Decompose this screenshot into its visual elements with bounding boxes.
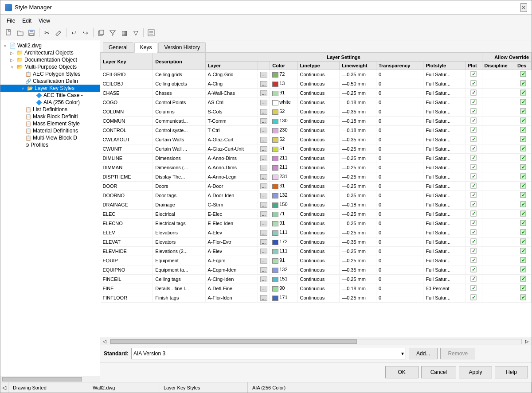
cell-dots[interactable]: ... xyxy=(258,210,270,219)
cell-color[interactable]: 52 xyxy=(270,135,297,144)
cell-dots[interactable]: ... xyxy=(258,265,270,275)
menu-view[interactable]: View xyxy=(35,16,54,24)
cell-color[interactable]: 171 xyxy=(270,293,297,303)
tree-toggle-multi[interactable]: ▿ xyxy=(9,65,15,70)
cell-dots[interactable]: ... xyxy=(258,70,270,79)
cell-dots[interactable]: ... xyxy=(258,144,270,154)
cell-dots[interactable]: ... xyxy=(258,107,270,117)
table-row[interactable]: CONTROL Control syste... T-Ctrl ... 230 … xyxy=(101,126,532,135)
cell-color[interactable]: 91 xyxy=(270,256,297,265)
cell-color[interactable]: 111 xyxy=(270,228,297,237)
table-row[interactable]: DISPTHEME Display The... A-Anno-Legn ...… xyxy=(101,172,532,182)
menu-edit[interactable]: Edit xyxy=(19,16,35,24)
tree-item-masselement[interactable]: 📋 Mass Element Style xyxy=(0,120,100,127)
cell-color[interactable]: 231 xyxy=(270,172,297,182)
cell-color[interactable]: 71 xyxy=(270,210,297,219)
tree-item-maskblock[interactable]: 📋 Mask Block Definiti xyxy=(0,113,100,120)
cancel-button[interactable]: Cancel xyxy=(421,366,456,378)
table-row[interactable]: CHASE Chases A-Wall-Chas ... 91 Continuo… xyxy=(101,89,532,98)
table-row[interactable]: CEILGRID Ceiling grids A-Clng-Grid ... 7… xyxy=(101,70,532,79)
tree-item-classif[interactable]: 🔗 Classification Defin xyxy=(0,78,100,85)
close-button[interactable]: ✕ xyxy=(520,3,527,12)
table-row[interactable]: FINFLOOR Finish tags A-Flor-Iden ... 171… xyxy=(101,293,532,303)
table-row[interactable]: COGO Control Points AS-Ctrl ... white Co… xyxy=(101,98,532,107)
tree-item-wall2dwg[interactable]: ▿ 📄 Wall2.dwg xyxy=(0,42,100,49)
cell-color[interactable]: 91 xyxy=(270,89,297,98)
cell-dots[interactable]: ... xyxy=(258,163,270,172)
toolbar-undo[interactable]: ↩ xyxy=(69,27,79,38)
apply-button[interactable]: Apply xyxy=(459,366,492,378)
table-row[interactable]: FINE Details - fine l... A-Detl-Fine ...… xyxy=(101,284,532,293)
cell-color[interactable]: 52 xyxy=(270,107,297,117)
tree-item-layerkey[interactable]: ▿ 📂 Layer Key Styles xyxy=(0,85,100,92)
tree-item-multiview[interactable]: 📋 Multi-View Block D xyxy=(0,134,100,141)
cell-dots[interactable]: ... xyxy=(258,154,270,163)
table-scroll[interactable]: Layer Key Description Layer Settings All… xyxy=(100,53,532,338)
table-row[interactable]: CEILOBJ Ceiling objects A-Clng ... 13 Co… xyxy=(101,79,532,89)
table-row[interactable]: FINCEIL Ceiling tags A-Clng-Iden ... 151… xyxy=(101,275,532,284)
tree-item-aia256[interactable]: 🔷 AIA (256 Color) xyxy=(0,99,100,106)
toolbar-dropdown[interactable]: ▽ xyxy=(130,27,141,38)
tab-general[interactable]: General xyxy=(103,42,133,52)
toolbar-more[interactable] xyxy=(146,27,156,38)
toolbar-cut[interactable]: ✂ xyxy=(42,27,52,38)
menu-file[interactable]: File xyxy=(3,16,19,24)
tree-toggle-doc[interactable]: ▷ xyxy=(9,58,15,62)
cell-dots[interactable]: ... xyxy=(258,275,270,284)
cell-color[interactable]: 211 xyxy=(270,163,297,172)
tree-toggle-arch[interactable]: ▷ xyxy=(9,51,15,55)
tree-item-profiles[interactable]: ⊙ Profiles xyxy=(0,141,100,148)
tree-item-listdef[interactable]: 📋 List Definitions xyxy=(0,106,100,113)
table-row[interactable]: COLUMN Columns S-Cols ... 52 Continuous … xyxy=(101,107,532,117)
tree-item-multi[interactable]: ▿ 📂 Multi-Purpose Objects xyxy=(0,63,100,70)
toolbar-new[interactable] xyxy=(3,27,14,38)
cell-dots[interactable]: ... xyxy=(258,228,270,237)
toolbar-filter[interactable] xyxy=(107,27,118,38)
tree-item-arch[interactable]: ▷ 📁 Architectural Objects xyxy=(0,49,100,56)
table-row[interactable]: ELECNO Electrical tags E-Elec-Iden ... 9… xyxy=(101,219,532,228)
hscroll-right[interactable]: ▷ xyxy=(523,339,532,344)
table-row[interactable]: DIMLINE Dimensions A-Anno-Dims ... 211 C… xyxy=(101,154,532,163)
cell-color[interactable]: 230 xyxy=(270,126,297,135)
cell-color[interactable]: 211 xyxy=(270,154,297,163)
hscroll-left[interactable]: ◁ xyxy=(100,339,109,344)
ok-button[interactable]: OK xyxy=(385,366,419,378)
cell-color[interactable]: white xyxy=(270,98,297,107)
toolbar-edit[interactable] xyxy=(53,27,64,38)
sidebar-hscroll[interactable] xyxy=(0,376,100,382)
table-row[interactable]: ELEVHIDE Elevations (2... A-Elev ... 111… xyxy=(101,247,532,256)
cell-dots[interactable]: ... xyxy=(258,200,270,210)
tree-toggle-wall2dwg[interactable]: ▿ xyxy=(2,43,8,48)
toolbar-grid[interactable]: ▦ xyxy=(119,27,129,38)
cell-color[interactable]: 132 xyxy=(270,191,297,200)
table-row[interactable]: DRAINAGE Drainage C-Strm ... 150 Continu… xyxy=(101,200,532,210)
toolbar-copy[interactable] xyxy=(96,27,106,38)
table-row[interactable]: DOORNO Door tags A-Door-Iden ... 132 Con… xyxy=(101,191,532,200)
table-row[interactable]: CWLAYOUT Curtain Walls A-Glaz-Curt ... 5… xyxy=(101,135,532,144)
cell-color[interactable]: 150 xyxy=(270,200,297,210)
table-row[interactable]: CWUNIT Curtain Wall ... A-Glaz-Curt-Unit… xyxy=(101,144,532,154)
cell-dots[interactable]: ... xyxy=(258,172,270,182)
cell-dots[interactable]: ... xyxy=(258,135,270,144)
cell-dots[interactable]: ... xyxy=(258,256,270,265)
nav-left-icon[interactable]: ◁ xyxy=(0,382,8,393)
cell-color[interactable]: 31 xyxy=(270,182,297,191)
cell-color[interactable]: 130 xyxy=(270,117,297,126)
cell-color[interactable]: 132 xyxy=(270,265,297,275)
table-hscroll[interactable]: ◁ ▷ xyxy=(100,338,532,345)
cell-dots[interactable]: ... xyxy=(258,284,270,293)
table-row[interactable]: EQUIP Equipment A-Eqpm ... 91 Continuous… xyxy=(101,256,532,265)
toolbar-open[interactable] xyxy=(15,27,25,38)
tab-version-history[interactable]: Version History xyxy=(158,42,206,52)
table-row[interactable]: COMMUN Communicati... T-Comm ... 130 Con… xyxy=(101,117,532,126)
tab-keys[interactable]: Keys xyxy=(134,42,158,53)
cell-dots[interactable]: ... xyxy=(258,126,270,135)
table-row[interactable]: ELEC Electrical E-Elec ... 71 Continuous… xyxy=(101,210,532,219)
cell-dots[interactable]: ... xyxy=(258,219,270,228)
cell-dots[interactable]: ... xyxy=(258,117,270,126)
cell-dots[interactable]: ... xyxy=(258,237,270,247)
cell-dots[interactable]: ... xyxy=(258,89,270,98)
cell-dots[interactable]: ... xyxy=(258,293,270,303)
cell-dots[interactable]: ... xyxy=(258,182,270,191)
cell-color[interactable]: 51 xyxy=(270,144,297,154)
